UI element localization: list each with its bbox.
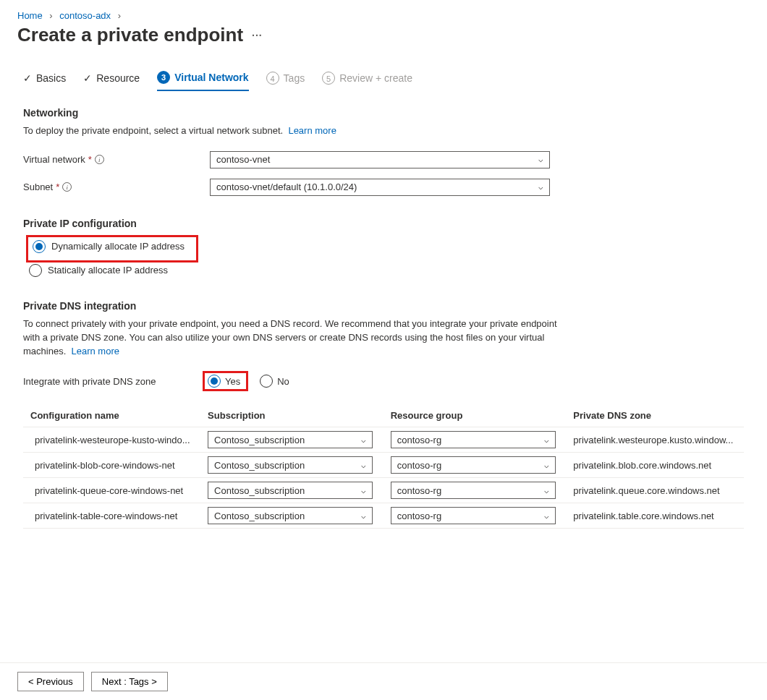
section-networking-head: Networking	[23, 107, 744, 119]
vnet-select[interactable]: contoso-vnet ⌵	[210, 151, 550, 168]
integrate-dns-label: Integrate with private DNS zone	[23, 376, 203, 387]
resource-group-select[interactable]: contoso-rg⌵	[391, 482, 556, 499]
tab-virtual-network[interactable]: 3 Virtual Network	[157, 67, 248, 91]
info-icon[interactable]: i	[62, 182, 72, 192]
dns-zone-table: Configuration name Subscription Resource…	[23, 404, 744, 529]
step-number-icon: 5	[322, 72, 335, 85]
section-ipconfig-head: Private IP configuration	[23, 218, 744, 229]
chevron-down-icon: ⌵	[544, 461, 549, 470]
config-name-cell: privatelink-blob-core-windows-net	[35, 460, 193, 471]
chevron-down-icon: ⌵	[361, 461, 366, 470]
resource-group-select[interactable]: contoso-rg⌵	[391, 431, 556, 448]
step-number-icon: 3	[157, 71, 170, 84]
subscription-select[interactable]: Contoso_subscription⌵	[208, 482, 373, 499]
tab-resource[interactable]: ✓ Resource	[83, 68, 140, 88]
col-config-name: Configuration name	[23, 404, 200, 427]
highlight-box: Yes	[203, 371, 248, 391]
radio-dns-no[interactable]	[260, 375, 273, 388]
section-networking-desc: To deploy the private endpoint, select a…	[23, 124, 573, 138]
subscription-select[interactable]: Contoso_subscription⌵	[208, 456, 373, 474]
step-number-icon: 4	[266, 72, 279, 85]
more-actions-icon[interactable]: ···	[252, 30, 263, 41]
dns-zone-cell: privatelink.westeurope.kusto.window...	[573, 435, 737, 445]
subnet-label: Subnet* i	[23, 182, 210, 192]
radio-dynamic-ip[interactable]	[33, 240, 46, 253]
tab-tags[interactable]: 4 Tags	[266, 67, 305, 89]
tab-basics[interactable]: ✓ Basics	[23, 68, 66, 88]
info-icon[interactable]: i	[95, 155, 104, 164]
radio-static-ip[interactable]	[29, 264, 42, 277]
highlight-box: Dynamically allocate IP address	[26, 235, 198, 262]
chevron-down-icon: ⌵	[538, 182, 543, 192]
dns-zone-cell: privatelink.table.core.windows.net	[573, 511, 737, 521]
learn-more-link[interactable]: Learn more	[288, 125, 336, 136]
col-resource-group: Resource group	[384, 404, 567, 427]
col-subscription: Subscription	[200, 404, 384, 427]
chevron-down-icon: ⌵	[361, 435, 366, 445]
table-row: privatelink-queue-core-windows-netContos…	[23, 478, 744, 503]
radio-dns-yes[interactable]	[208, 375, 221, 388]
vnet-label: Virtual network* i	[23, 154, 210, 165]
breadcrumb-home[interactable]: Home	[17, 10, 43, 21]
resource-group-select[interactable]: contoso-rg⌵	[391, 456, 556, 474]
breadcrumb: Home › contoso-adx ›	[17, 10, 750, 21]
tab-review-create[interactable]: 5 Review + create	[322, 67, 412, 89]
section-dns-desc: To connect privately with your private e…	[23, 317, 573, 359]
dns-zone-cell: privatelink.blob.core.windows.net	[573, 460, 737, 471]
page-title: Create a private endpoint ···	[17, 24, 750, 46]
section-dns-head: Private DNS integration	[23, 300, 744, 312]
check-icon: ✓	[83, 72, 92, 84]
radio-dynamic-ip-label: Dynamically allocate IP address	[51, 241, 185, 252]
subscription-select[interactable]: Contoso_subscription⌵	[208, 431, 373, 448]
chevron-down-icon: ⌵	[544, 511, 549, 521]
chevron-down-icon: ⌵	[544, 486, 549, 495]
radio-static-ip-label: Statically allocate IP address	[48, 265, 168, 276]
table-row: privatelink-westeurope-kusto-windo...Con…	[23, 427, 744, 453]
chevron-down-icon: ⌵	[361, 511, 366, 521]
chevron-right-icon: ›	[118, 10, 121, 21]
chevron-down-icon: ⌵	[544, 435, 549, 445]
config-name-cell: privatelink-table-core-windows-net	[35, 511, 193, 521]
wizard-tabs: ✓ Basics ✓ Resource 3 Virtual Network 4 …	[23, 67, 744, 90]
col-dns-zone: Private DNS zone	[566, 404, 744, 427]
radio-dns-yes-label: Yes	[225, 376, 240, 387]
subnet-select[interactable]: contoso-vnet/default (10.1.0.0/24) ⌵	[210, 179, 550, 196]
chevron-right-icon: ›	[49, 10, 52, 21]
table-row: privatelink-blob-core-windows-netContoso…	[23, 453, 744, 478]
subscription-select[interactable]: Contoso_subscription⌵	[208, 507, 373, 524]
table-row: privatelink-table-core-windows-netContos…	[23, 503, 744, 529]
learn-more-link[interactable]: Learn more	[71, 346, 119, 357]
radio-dns-no-label: No	[277, 376, 289, 387]
breadcrumb-cluster[interactable]: contoso-adx	[59, 10, 111, 21]
dns-zone-cell: privatelink.queue.core.windows.net	[573, 485, 737, 496]
chevron-down-icon: ⌵	[361, 486, 366, 495]
resource-group-select[interactable]: contoso-rg⌵	[391, 507, 556, 524]
chevron-down-icon: ⌵	[538, 155, 543, 164]
check-icon: ✓	[23, 72, 32, 84]
config-name-cell: privatelink-queue-core-windows-net	[35, 485, 193, 496]
config-name-cell: privatelink-westeurope-kusto-windo...	[35, 435, 193, 445]
